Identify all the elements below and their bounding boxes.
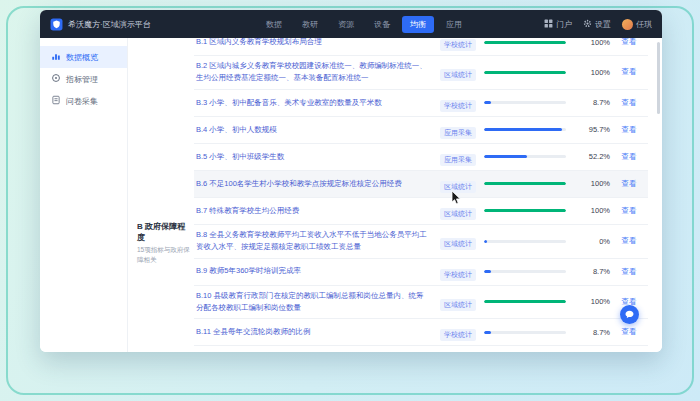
table-row: B.3 小学、初中配备音乐、美术专业教室的数量及平米数学校统计8.7%查看: [194, 90, 648, 117]
progress-track: [484, 270, 566, 273]
percent-value: 52.2%: [576, 152, 610, 161]
chat-bubble-icon: [624, 306, 635, 324]
indicator-link[interactable]: B.3 小学、初中配备音乐、美术专业教室的数量及平米数: [194, 97, 440, 109]
indicator-link[interactable]: B.1 区域内义务教育学校规划布局合理: [194, 38, 440, 48]
progress-cell: [484, 155, 576, 158]
group-column: B 政府保障程度 15项指标与政府保障相关: [128, 38, 194, 352]
percent-value: 100%: [576, 68, 610, 77]
sidebar-item-3[interactable]: 问卷采集: [40, 90, 127, 112]
source-tag: 区域统计: [440, 208, 476, 220]
progress-track: [484, 41, 566, 44]
doc-icon: [51, 95, 61, 107]
tag-cell: 区域统计: [440, 175, 484, 193]
progress-fill: [484, 240, 487, 243]
percent-value: 100%: [576, 297, 610, 306]
nav-item-3[interactable]: 资源: [330, 16, 362, 33]
tag-cell: 学校统计: [440, 38, 484, 51]
progress-cell: [484, 101, 576, 104]
brand: 希沃魔方·区域演示平台: [50, 18, 200, 31]
indicator-link[interactable]: B.8 全县义务教育学校教师平均工资收入水平不低于当地公务员平均工资收入水平、按…: [194, 229, 440, 254]
portal-button[interactable]: 门户: [544, 19, 572, 30]
table-row: B.6 不足100名学生村小学校和教学点按规定标准核定公用经费区域统计100%查…: [194, 171, 648, 198]
progress-fill: [484, 270, 491, 273]
progress-cell: [484, 331, 576, 334]
indicator-link[interactable]: B.7 特殊教育学校生均公用经费: [194, 205, 440, 217]
progress-fill: [484, 209, 566, 212]
progress-cell: [484, 182, 576, 185]
view-link[interactable]: 查看: [610, 179, 648, 189]
progress-track: [484, 128, 566, 131]
nav-item-1[interactable]: 数据: [258, 16, 290, 33]
group-title: B 政府保障程度: [137, 221, 191, 243]
percent-value: 8.7%: [576, 267, 610, 276]
user-menu[interactable]: 任琪: [622, 19, 652, 30]
indicator-link[interactable]: B.4 小学、初中人数规模: [194, 124, 440, 136]
progress-cell: [484, 71, 576, 74]
indicator-link[interactable]: B.2 区域内城乡义务教育学校校园建设标准统一、教师编制标准统一、生均公用经费基…: [194, 60, 440, 85]
source-tag: 区域统计: [440, 181, 476, 193]
progress-track: [484, 101, 566, 104]
desktop-background: 希沃魔方·区域演示平台 数据教研资源设备均衡应用 门户 设置: [0, 0, 700, 401]
app-window: 希沃魔方·区域演示平台 数据教研资源设备均衡应用 门户 设置: [40, 10, 662, 352]
nav-item-2[interactable]: 教研: [294, 16, 326, 33]
tag-cell: 区域统计: [440, 63, 484, 81]
nav-item-4[interactable]: 设备: [366, 16, 398, 33]
sidebar-item-label: 指标管理: [66, 74, 98, 85]
indicator-link[interactable]: B.11 全县每年交流轮岗教师的比例: [194, 326, 440, 338]
table-row: B.10 县级教育行政部门在核定的教职工编制总额和岗位总量内、统筹分配各校教职工…: [194, 286, 648, 320]
target-icon: [51, 73, 61, 85]
view-link[interactable]: 查看: [610, 67, 648, 77]
nav-item-5[interactable]: 均衡: [402, 16, 434, 33]
progress-fill: [484, 101, 491, 104]
indicator-link[interactable]: B.10 县级教育行政部门在核定的教职工编制总额和岗位总量内、统筹分配各校教职工…: [194, 290, 440, 315]
indicator-link[interactable]: B.5 小学、初中班级学生数: [194, 151, 440, 163]
progress-track: [484, 331, 566, 334]
view-link[interactable]: 查看: [610, 236, 648, 246]
nav-item-6[interactable]: 应用: [438, 16, 470, 33]
indicator-link[interactable]: B.6 不足100名学生村小学校和教学点按规定标准核定公用经费: [194, 178, 440, 190]
progress-fill: [484, 71, 566, 74]
source-tag: 区域统计: [440, 69, 476, 81]
percent-value: 100%: [576, 179, 610, 188]
portal-label: 门户: [556, 19, 572, 30]
view-link[interactable]: 查看: [610, 38, 648, 47]
sidebar-item-2[interactable]: 指标管理: [40, 68, 127, 90]
tag-cell: 区域统计: [440, 232, 484, 250]
table-scrollbar[interactable]: [657, 42, 660, 114]
source-tag: 应用采集: [440, 127, 476, 139]
percent-value: 100%: [576, 38, 610, 47]
percent-value: 95.7%: [576, 125, 610, 134]
percent-value: 100%: [576, 206, 610, 215]
view-link[interactable]: 查看: [610, 267, 648, 277]
view-link[interactable]: 查看: [610, 98, 648, 108]
sidebar-item-1[interactable]: 数据概览: [40, 46, 127, 68]
view-link[interactable]: 查看: [610, 152, 648, 162]
tag-cell: 区域统计: [440, 202, 484, 220]
table-row: B.8 全县义务教育学校教师平均工资收入水平不低于当地公务员平均工资收入水平、按…: [194, 225, 648, 259]
group-subtitle: 15项指标与政府保障相关: [137, 245, 191, 265]
percent-value: 0%: [576, 237, 610, 246]
progress-cell: [484, 41, 576, 44]
content-area: B 政府保障程度 15项指标与政府保障相关 B.1 区域内义务教育学校规划布局合…: [128, 38, 662, 352]
app-header: 希沃魔方·区域演示平台 数据教研资源设备均衡应用 门户 设置: [40, 10, 662, 38]
sidebar-item-label: 数据概览: [66, 52, 98, 63]
tag-cell: 学校统计: [440, 263, 484, 281]
progress-cell: [484, 128, 576, 131]
view-link[interactable]: 查看: [610, 125, 648, 135]
progress-fill: [484, 300, 566, 303]
view-link[interactable]: 查看: [610, 206, 648, 216]
settings-button[interactable]: 设置: [583, 19, 611, 30]
chat-button[interactable]: [620, 305, 639, 324]
source-tag: 应用采集: [440, 154, 476, 166]
progress-fill: [484, 128, 562, 131]
view-link[interactable]: 查看: [610, 327, 648, 337]
indicator-link[interactable]: B.9 教师5年360学时培训完成率: [194, 265, 440, 277]
percent-value: 8.7%: [576, 328, 610, 337]
app-logo-icon: [50, 18, 63, 31]
sidebar: 数据概览指标管理问卷采集: [40, 38, 128, 352]
progress-fill: [484, 182, 566, 185]
progress-track: [484, 209, 566, 212]
sidebar-item-label: 问卷采集: [66, 96, 98, 107]
progress-track: [484, 240, 566, 243]
indicator-table: B.1 区域内义务教育学校规划布局合理学校统计100%查看B.2 区域内城乡义务…: [194, 38, 662, 352]
